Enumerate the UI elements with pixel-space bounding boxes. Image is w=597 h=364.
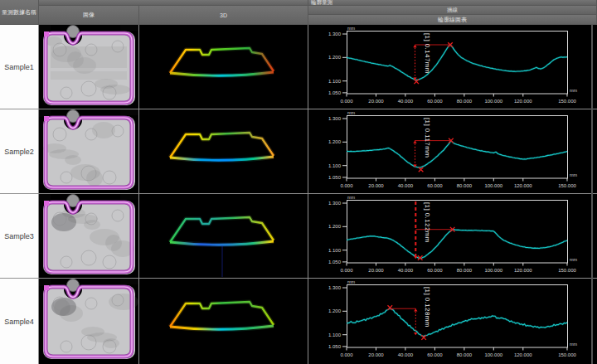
image-cell[interactable] [39,109,139,193]
y-tick-label: 1.300 [328,116,342,121]
y-tick-label: 1.200 [328,139,342,144]
y-tick-label: 1.050 [328,90,342,95]
measurement-value-label: [1] 0.147mm [424,33,431,74]
table-right-border [591,25,593,364]
x-tick-label: 0.000 [340,352,353,357]
x-tick-label: 100.000 [484,352,502,357]
x-tick-label: 150.000 [558,268,576,273]
sample-photo[interactable] [39,279,139,363]
y-axis-unit: mm [347,195,356,200]
y-axis-unit: mm [347,279,356,284]
profile-chart[interactable]: 1.3001.2001.1001.0500.00020.00040.00060.… [308,25,597,109]
profile-3d-view[interactable] [139,279,308,363]
y-tick-label: 1.100 [328,332,342,337]
threed-cell[interactable] [139,109,308,193]
chart-cell[interactable]: 1.3001.2001.1001.0500.00020.00040.00060.… [308,25,597,109]
y-axis-unit: mm [347,110,356,115]
x-tick-label: 20.000 [368,352,384,357]
sample-name: Sample3 [4,232,34,240]
y-tick-label: 1.200 [328,224,342,229]
x-tick-label: 100.000 [484,268,502,273]
x-tick-label: 100.000 [484,99,502,104]
sample-row[interactable]: Sample41.3001.2001.1001.0500.00020.00040… [0,279,597,364]
x-tick-label: 80.000 [457,99,473,104]
profile-3d-view[interactable] [139,109,308,193]
y-tick-label: 1.100 [328,163,342,168]
x-tick-label: 120.000 [514,352,532,357]
measurement-report-window: 量測數據名稱 輪廓量測 圖像 3D 描線 輪廓線圖表 Sample11.3001… [0,0,597,364]
image-cell[interactable] [39,279,139,364]
x-tick-label: 20.000 [368,183,384,188]
sample-name-cell: Sample3 [0,194,39,278]
measurement-value-label: [1] 0.122mm [424,202,431,243]
x-tick-label: 120.000 [514,99,532,104]
y-axis-unit: mm [347,26,356,31]
sample-rows: Sample11.3001.2001.1001.0500.00020.00040… [0,25,597,364]
x-tick-label: 0.000 [340,183,353,188]
profile-3d-view[interactable] [139,194,308,278]
header-3d-column: 3D [139,6,308,25]
header-profile-line-chart: 輪廓線圖表 [308,15,597,25]
measurement-value-label: [1] 0.117mm [424,118,431,158]
y-tick-label: 1.100 [328,248,342,253]
chart-cell[interactable]: 1.3001.2001.1001.0500.00020.00040.00060.… [308,194,597,278]
x-tick-label: 60.000 [427,352,443,357]
header-spacer [39,0,308,6]
x-tick-label: 80.000 [457,352,473,357]
x-tick-label: 40.000 [398,183,414,188]
sample-name-cell: Sample4 [0,279,39,364]
sample-row[interactable]: Sample11.3001.2001.1001.0500.00020.00040… [0,25,597,109]
outline-start-marker [44,32,49,36]
x-tick-label: 120.000 [514,268,532,273]
x-tick-label: 150.000 [558,352,576,357]
sample-name-cell: Sample2 [0,109,39,193]
profile-chart[interactable]: 1.3001.2001.1001.0500.00020.00040.00060.… [308,279,597,363]
part-surface [43,201,135,274]
profile-3d-view[interactable] [139,25,308,109]
x-axis-unit: mm [570,88,578,93]
outline-start-marker [44,285,49,290]
x-axis-unit: mm [570,172,578,177]
x-tick-label: 0.000 [340,99,353,104]
x-tick-label: 80.000 [457,268,473,273]
x-tick-label: 20.000 [368,99,384,104]
y-tick-label: 1.200 [328,55,342,60]
x-tick-label: 80.000 [457,183,473,188]
profile-chart[interactable]: 1.3001.2001.1001.0500.00020.00040.00060.… [308,194,597,278]
header-trace-line: 描線 [308,6,597,15]
outline-start-marker [44,116,49,121]
sample-name-cell: Sample1 [0,25,39,109]
threed-cell[interactable] [139,279,308,364]
x-tick-label: 120.000 [514,183,532,188]
image-cell[interactable] [39,25,139,109]
chart-cell[interactable]: 1.3001.2001.1001.0500.00020.00040.00060.… [308,279,597,364]
sample-row[interactable]: Sample31.3001.2001.1001.0500.00020.00040… [0,194,597,279]
chart-cell[interactable]: 1.3001.2001.1001.0500.00020.00040.00060.… [308,109,597,193]
sample-photo[interactable] [39,25,139,109]
y-tick-label: 1.100 [328,79,342,84]
table-header: 量測數據名稱 輪廓量測 圖像 3D 描線 輪廓線圖表 [0,0,597,25]
y-tick-label: 1.200 [328,308,342,313]
sample-photo[interactable] [39,109,139,193]
x-tick-label: 60.000 [427,99,443,104]
image-cell[interactable] [39,194,139,278]
outline-start-marker [44,201,49,206]
x-axis-unit: mm [570,257,578,262]
y-tick-label: 1.050 [328,175,342,180]
x-tick-label: 60.000 [427,183,443,188]
profile-chart[interactable]: 1.3001.2001.1001.0500.00020.00040.00060.… [308,109,597,193]
y-tick-label: 1.300 [328,285,342,290]
sample-name: Sample1 [4,63,34,71]
sample-photo[interactable] [39,194,139,278]
x-tick-label: 100.000 [484,183,502,188]
y-tick-label: 1.300 [328,32,342,36]
threed-cell[interactable] [139,25,308,109]
sample-row[interactable]: Sample21.3001.2001.1001.0500.00020.00040… [0,109,597,194]
y-tick-label: 1.300 [328,201,342,206]
threed-cell[interactable] [139,194,308,278]
x-tick-label: 0.000 [340,268,353,273]
x-tick-label: 150.000 [558,99,576,104]
y-tick-label: 1.050 [328,344,342,349]
x-tick-label: 40.000 [398,352,414,357]
x-tick-label: 20.000 [368,268,384,273]
